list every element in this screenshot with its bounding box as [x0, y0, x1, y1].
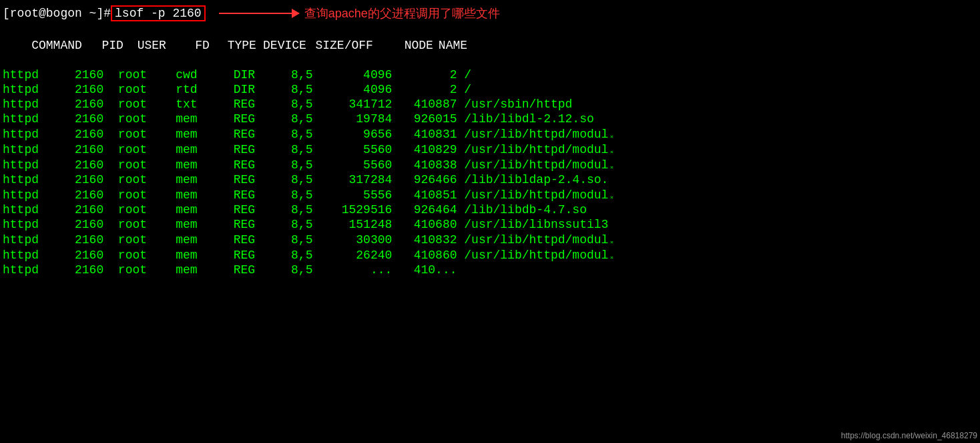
- table-row: httpd 2160 root mem REG 8,5 9656 410831 …: [3, 127, 977, 141]
- table-row: httpd 2160 root mem REG 8,5 5560 410829 …: [3, 142, 977, 156]
- header-command: COMMAND: [31, 39, 82, 52]
- table-row: httpd 2160 root mem REG 8,5 5556 410851 …: [3, 188, 977, 202]
- table-body: httpd 2160 root cwd DIR 8,5 4096 2 /http…: [3, 68, 977, 277]
- header-name: NAME: [439, 39, 467, 52]
- table-row: httpd 2160 root mem REG 8,5 1529516 9264…: [3, 203, 977, 216]
- table-row: httpd 2160 root mem REG 8,5 26240 410860…: [3, 248, 977, 262]
- header-node: NODE: [379, 39, 439, 52]
- arrow-icon: [219, 13, 299, 14]
- table-row: httpd 2160 root mem REG 8,5 151248 41068…: [3, 218, 977, 231]
- table-row: httpd 2160 root mem REG 8,5 19784 926015…: [3, 112, 977, 126]
- header-size: SIZE/OFF: [312, 39, 379, 52]
- annotation-text: 查询apache的父进程调用了哪些文件: [304, 5, 500, 21]
- prompt-text: [root@bogon ~]#: [3, 7, 111, 20]
- command-text: lsof -p 2160: [111, 5, 206, 21]
- watermark: https://blog.csdn.net/weixin_46818279: [841, 431, 977, 440]
- table-row: httpd 2160 root cwd DIR 8,5 4096 2 /: [3, 68, 977, 82]
- table-header: COMMANDPIDUSERFDTYPEDEVICESIZE/OFFNODENA…: [3, 25, 977, 65]
- prompt-line: [root@bogon ~]# lsof -p 2160 查询apache的父进…: [3, 5, 977, 21]
- table-row: httpd 2160 root mem REG 8,5 5560 410838 …: [3, 158, 977, 172]
- header-pid: PID: [82, 39, 124, 52]
- header-type: TYPE: [215, 39, 262, 52]
- arrow-annotation: 查询apache的父进程调用了哪些文件: [219, 5, 500, 21]
- table-row: httpd 2160 root mem REG 8,5 317284 92646…: [3, 173, 977, 186]
- table-row: httpd 2160 root mem REG 8,5 ... 410...: [3, 263, 977, 277]
- table-row: httpd 2160 root mem REG 8,5 30300 410832…: [3, 233, 977, 247]
- header-fd: FD: [172, 39, 215, 52]
- header-device: DEVICE: [262, 39, 312, 52]
- table-row: httpd 2160 root rtd DIR 8,5 4096 2 /: [3, 83, 977, 96]
- terminal: [root@bogon ~]# lsof -p 2160 查询apache的父进…: [0, 0, 980, 443]
- table-row: httpd 2160 root txt REG 8,5 341712 41088…: [3, 98, 977, 111]
- header-user: USER: [124, 39, 172, 52]
